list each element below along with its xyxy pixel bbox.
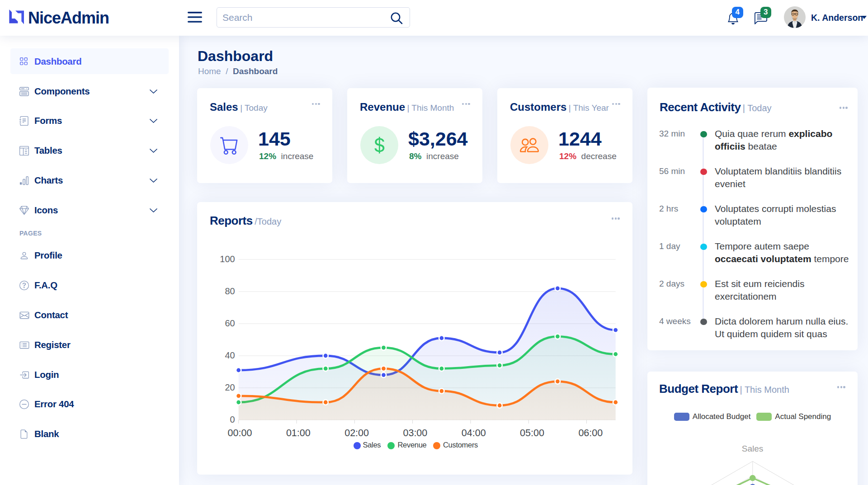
svg-text:03:00: 03:00 [403,428,427,438]
svg-text:05:00: 05:00 [520,428,544,438]
svg-text:40: 40 [225,350,235,360]
svg-text:06:00: 06:00 [578,428,603,438]
svg-text:80: 80 [225,286,235,296]
svg-text:00:00: 00:00 [228,428,252,438]
svg-text:20: 20 [225,382,235,392]
svg-text:04:00: 04:00 [462,428,486,438]
svg-text:60: 60 [225,318,235,328]
svg-text:02:00: 02:00 [344,428,369,438]
svg-text:01:00: 01:00 [286,428,311,438]
svg-text:100: 100 [220,254,235,264]
svg-text:0: 0 [230,414,235,424]
